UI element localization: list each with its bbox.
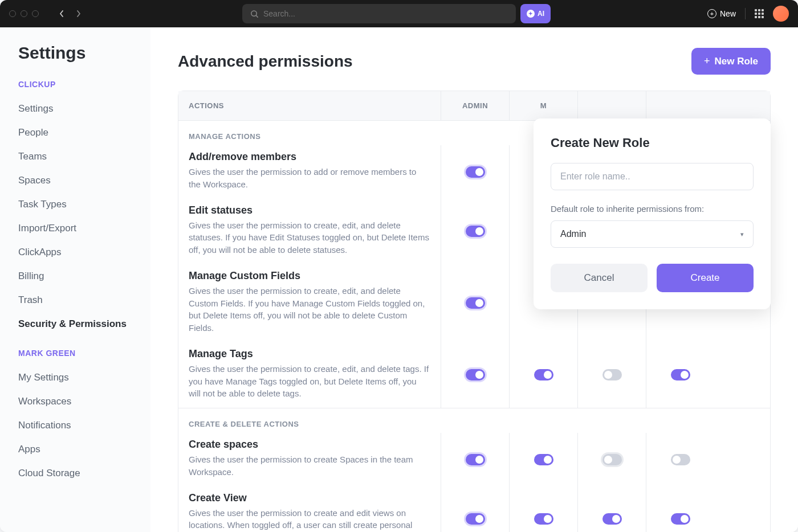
sidebar-item-my-settings[interactable]: My Settings (18, 366, 150, 390)
sidebar-section-1: SettingsPeopleTeamsSpacesTask TypesImpor… (18, 97, 150, 336)
permission-title: Manage Tags (189, 348, 430, 360)
sidebar-item-billing[interactable]: Billing (18, 264, 150, 288)
inherit-label: Default role to inherite permissions fro… (551, 204, 754, 214)
settings-sidebar: Settings CLICKUP SettingsPeopleTeamsSpac… (0, 27, 150, 532)
permission-title: Create spaces (189, 439, 430, 451)
section-label-user: MARK GREEN (18, 349, 150, 358)
permission-toggle[interactable] (671, 513, 690, 525)
permission-description: Gives the user the permission to create,… (189, 285, 430, 334)
plus-circle-icon: + (707, 9, 716, 18)
sidebar-item-cloud-storage[interactable]: Cloud Storage (18, 461, 150, 485)
permission-desc: Manage Custom FieldsGives the user the p… (178, 264, 441, 342)
sidebar-item-apps[interactable]: Apps (18, 437, 150, 461)
sidebar-item-settings[interactable]: Settings (18, 97, 150, 121)
toggle-cell (441, 342, 509, 408)
nav-back[interactable] (55, 7, 68, 21)
sidebar-item-trash[interactable]: Trash (18, 288, 150, 312)
sidebar-item-task-types[interactable]: Task Types (18, 193, 150, 216)
plus-icon: + (704, 55, 710, 67)
sidebar-item-notifications[interactable]: Notifications (18, 414, 150, 437)
permission-title: Create View (189, 492, 430, 504)
chevron-left-icon (59, 10, 64, 17)
toggle-cell (509, 433, 577, 486)
permission-toggle[interactable] (466, 166, 485, 178)
sidebar-item-spaces[interactable]: Spaces (18, 169, 150, 193)
sidebar-item-import-export[interactable]: Import/Export (18, 216, 150, 240)
sidebar-title: Settings (18, 43, 150, 63)
section-label-clickup: CLICKUP (18, 80, 150, 89)
permission-row: Manage TagsGives the user the permission… (178, 342, 770, 408)
new-role-label: New Role (714, 56, 758, 67)
minimize-window[interactable] (21, 10, 27, 17)
ai-button[interactable]: ✦ AI (520, 4, 551, 23)
sidebar-item-clickapps[interactable]: ClickApps (18, 240, 150, 264)
toggle-cell (441, 199, 509, 264)
permission-toggle[interactable] (466, 454, 485, 465)
permission-toggle[interactable] (671, 369, 690, 380)
permission-desc: Add/remove membersGives the user the per… (178, 145, 441, 199)
maximize-window[interactable] (32, 10, 39, 17)
topbar: ✦ AI + New (0, 0, 798, 27)
select-value: Admin (560, 229, 586, 239)
sidebar-item-people[interactable]: People (18, 121, 150, 145)
permission-description: Gives the user the permission to create … (189, 507, 430, 533)
permission-toggle[interactable] (534, 369, 553, 380)
main-content: Advanced permissions + New Role ACTIONS … (150, 27, 798, 532)
toggle-cell (577, 486, 646, 533)
sidebar-item-security-permissions[interactable]: Security & Permissions (18, 312, 150, 336)
role-name-input[interactable] (551, 163, 754, 190)
permission-description: Gives the user the permission to create … (189, 453, 430, 478)
permission-toggle[interactable] (466, 369, 485, 380)
permission-title: Manage Custom Fields (189, 270, 430, 282)
col-header-actions: ACTIONS (178, 91, 441, 120)
table-header: ACTIONS ADMIN M (178, 91, 770, 121)
ai-sparkle-icon: ✦ (527, 10, 535, 18)
col-header-role-1: M (509, 91, 577, 120)
permission-toggle[interactable] (534, 454, 553, 465)
toggle-cell (509, 486, 577, 533)
permission-toggle[interactable] (602, 369, 622, 380)
sidebar-item-workspaces[interactable]: Workspaces (18, 390, 150, 414)
permission-toggle[interactable] (602, 513, 622, 525)
toggle-cell (646, 486, 714, 533)
permission-toggle[interactable] (466, 513, 485, 525)
inherit-role-select[interactable]: Admin ▾ (551, 220, 754, 248)
permission-toggle[interactable] (466, 297, 485, 309)
permission-desc: Create ViewGives the user the permission… (178, 486, 441, 533)
permission-desc: Create spacesGives the user the permissi… (178, 433, 441, 486)
nav-arrows (55, 7, 85, 21)
sidebar-item-teams[interactable]: Teams (18, 145, 150, 169)
new-button[interactable]: + New (707, 9, 736, 18)
divider (745, 8, 746, 19)
create-button[interactable]: Create (657, 264, 754, 292)
chevron-right-icon (76, 10, 81, 17)
group-label: CREATE & DELETE ACTIONS (178, 408, 770, 433)
nav-forward[interactable] (72, 7, 85, 21)
permission-toggle[interactable] (534, 513, 553, 525)
toggle-cell (577, 433, 646, 486)
cancel-button[interactable]: Cancel (551, 264, 648, 292)
main-header: Advanced permissions + New Role (178, 48, 771, 75)
permission-toggle[interactable] (671, 454, 690, 465)
user-avatar[interactable] (773, 6, 789, 22)
close-window[interactable] (9, 10, 16, 17)
page-title: Advanced permissions (178, 52, 353, 71)
permission-description: Gives the user the permission to create,… (189, 219, 430, 256)
chevron-down-icon: ▾ (740, 231, 744, 238)
toggle-cell (441, 433, 509, 486)
toggle-cell (441, 145, 509, 199)
apps-menu-icon[interactable] (755, 9, 764, 18)
col-header-role-3 (646, 91, 714, 120)
app-window: ✦ AI + New Settings CLICKUP SettingsPeop… (0, 0, 798, 532)
permission-toggle[interactable] (602, 454, 622, 465)
new-role-button[interactable]: + New Role (691, 48, 771, 75)
toggle-cell (577, 342, 646, 408)
col-header-role-0: ADMIN (441, 91, 509, 120)
permission-title: Edit statuses (189, 204, 430, 216)
permission-toggle[interactable] (466, 226, 485, 237)
popover-title: Create New Role (551, 136, 754, 150)
search-box[interactable] (242, 4, 516, 23)
toggle-cell (646, 433, 714, 486)
search-input[interactable] (263, 9, 508, 18)
toggle-cell (509, 342, 577, 408)
